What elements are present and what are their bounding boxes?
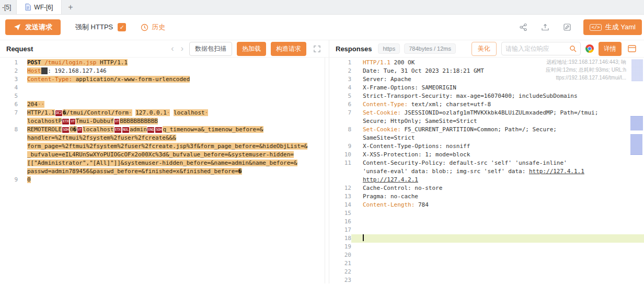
chrome-icon[interactable]	[585, 44, 594, 53]
editor-line[interactable]: 2Date: Tue, 31 Oct 2023 21:18:21 GMT	[329, 67, 644, 75]
line-number: 4	[329, 84, 351, 92]
editor-line[interactable]: 8REMOTEROLESOH0�VTlocalhostETXNULadminEN…	[0, 126, 329, 176]
editor-line[interactable]: 5Strict-Transport-Security: max-age=1607…	[329, 92, 644, 100]
editor-line[interactable]: 1HTTP/1.1 200 OK	[329, 59, 644, 67]
line-number: 19	[329, 243, 351, 251]
export-icon[interactable]	[539, 21, 551, 33]
generate-yaml-label: 生成 Yaml	[605, 22, 636, 32]
line-number: 3	[329, 75, 351, 84]
editor-line[interactable]: 5	[0, 92, 329, 100]
editor-line[interactable]: 4	[0, 84, 329, 92]
editor-line[interactable]: 3Content-Type: application/x-www-form-ur…	[0, 75, 329, 84]
beautify-button[interactable]: 美化	[472, 42, 497, 56]
tab-previous[interactable]: -[5]	[0, 0, 17, 14]
editor-line[interactable]: 6204··	[0, 100, 329, 109]
report-icon[interactable]	[626, 43, 638, 54]
hot-reload-button[interactable]: 热加载	[237, 42, 266, 56]
request-title: Request	[6, 45, 33, 53]
clock-icon	[141, 24, 148, 31]
build-request-button[interactable]: 构造请求	[271, 42, 306, 56]
line-number: 9	[0, 176, 18, 184]
force-https-toggle[interactable]: 强制 HTTPS ✓	[75, 22, 126, 32]
send-request-button[interactable]: 发送请求	[5, 19, 61, 35]
editor-line[interactable]: 23	[329, 276, 644, 283]
share-icon[interactable]	[518, 21, 529, 33]
line-number: 1	[0, 59, 18, 67]
editor-line[interactable]: 16	[329, 218, 644, 226]
line-number: 5	[0, 92, 18, 100]
send-label: 发送请求	[25, 22, 52, 32]
editor-line[interactable]: 10X-XSS-Protection: 1; mode=block	[329, 151, 644, 159]
minimap[interactable]	[630, 58, 643, 283]
document-icon	[25, 4, 31, 10]
search-icon[interactable]	[569, 45, 577, 52]
prev-request-icon[interactable]: ‹	[170, 44, 175, 53]
editor-line[interactable]: 8Set-Cookie: F5_CURRENT_PARTITION=Common…	[329, 126, 644, 142]
force-https-label: 强制 HTTPS	[75, 22, 113, 32]
editor-line[interactable]: 19	[329, 243, 644, 251]
editor-line[interactable]: 20	[329, 251, 644, 259]
line-number: 21	[329, 259, 351, 268]
code-icon: </>	[590, 24, 601, 31]
response-editor[interactable]: 远程地址:192.168.127.146:443; 响 应时间:12ms; 总耗…	[329, 58, 644, 283]
editor-line[interactable]: 7Set-Cookie: JSESSIONID=ozlafg1mTMVKXkbk…	[329, 109, 644, 126]
line-number: 18	[329, 234, 351, 243]
editor-line[interactable]: 13Pragma: no-cache	[329, 192, 644, 201]
editor-line[interactable]: 4X-Frame-Options: SAMEORIGIN	[329, 84, 644, 92]
editor-line[interactable]: 12Cache-Control: no-store	[329, 184, 644, 192]
tab-wf-6[interactable]: WF-[6]	[17, 0, 62, 14]
editor-line[interactable]: 7HTTP/1.1DC2�/tmui/Control/form· 127.0.0…	[0, 109, 329, 126]
editor-line[interactable]: 9X-Content-Type-Options: nosniff	[329, 142, 644, 151]
editor-line[interactable]: 1POST /tmui/login.jsp HTTP/1.1	[0, 59, 329, 67]
line-number: 6	[0, 100, 18, 109]
line-number: 22	[329, 268, 351, 276]
response-search-box	[501, 42, 581, 55]
line-number: 11	[329, 159, 351, 184]
line-number: 14	[329, 201, 351, 209]
protocol-badge: https	[378, 43, 400, 54]
request-tools: ‹ › 数据包扫描 热加载 构造请求	[170, 42, 323, 56]
editor-line[interactable]: 11Content-Security-Policy: default-src '…	[329, 159, 644, 184]
editor-line[interactable]: 18	[329, 234, 644, 243]
editor-line[interactable]: 2Host : 192.168.127.146	[0, 67, 329, 75]
request-scrollbar[interactable]	[325, 58, 325, 283]
line-number: 6	[329, 100, 351, 109]
line-number: 9	[329, 142, 351, 151]
add-tab-button[interactable]: +	[62, 0, 79, 14]
packet-scan-button[interactable]: 数据包扫描	[189, 42, 232, 56]
next-request-icon[interactable]: ›	[180, 44, 185, 53]
line-number: 2	[329, 67, 351, 75]
request-editor[interactable]: 1POST /tmui/login.jsp HTTP/1.12Host : 19…	[0, 58, 329, 283]
history-button[interactable]: 历史	[141, 22, 165, 32]
response-search-input[interactable]	[505, 45, 569, 52]
editor-line[interactable]: 21	[329, 259, 644, 268]
editor-line[interactable]: 15	[329, 209, 644, 218]
force-https-checkbox[interactable]: ✓	[118, 23, 126, 31]
line-number: 12	[329, 184, 351, 192]
toolbar: 发送请求 强制 HTTPS ✓ 历史 </> 生成 Yaml	[0, 15, 644, 40]
tab-label: WF-[6]	[34, 4, 53, 11]
response-title: Responses	[336, 45, 372, 53]
editor-line[interactable]: 22	[329, 268, 644, 276]
line-number: 3	[0, 75, 18, 84]
line-number: 17	[329, 226, 351, 234]
line-number: 15	[329, 209, 351, 218]
minimap-marks	[630, 134, 642, 155]
editor-line[interactable]: 90	[0, 176, 329, 184]
main-split: Request ‹ › 数据包扫描 热加载 构造请求 1POST /tmui/l…	[0, 40, 644, 283]
line-number: 23	[329, 276, 351, 283]
fullscreen-icon[interactable]	[311, 43, 323, 54]
line-number: 10	[329, 151, 351, 159]
editor-line[interactable]: 17	[329, 226, 644, 234]
line-number: 7	[0, 109, 18, 126]
response-panel: Responses https 784bytes / 12ms 美化 详情	[329, 40, 644, 283]
editor-line[interactable]: 6Content-Type: text/xml; charset=utf-8	[329, 100, 644, 109]
line-number: 5	[329, 92, 351, 100]
editor-line[interactable]: 14Content-Length: 784	[329, 201, 644, 209]
details-button[interactable]: 详情	[599, 42, 622, 56]
generate-yaml-button[interactable]: </> 生成 Yaml	[583, 19, 642, 35]
editor-line[interactable]: 3Server: Apache	[329, 75, 644, 84]
history-label: 历史	[152, 22, 165, 32]
edit-icon[interactable]	[561, 21, 573, 33]
line-number: 8	[329, 126, 351, 142]
